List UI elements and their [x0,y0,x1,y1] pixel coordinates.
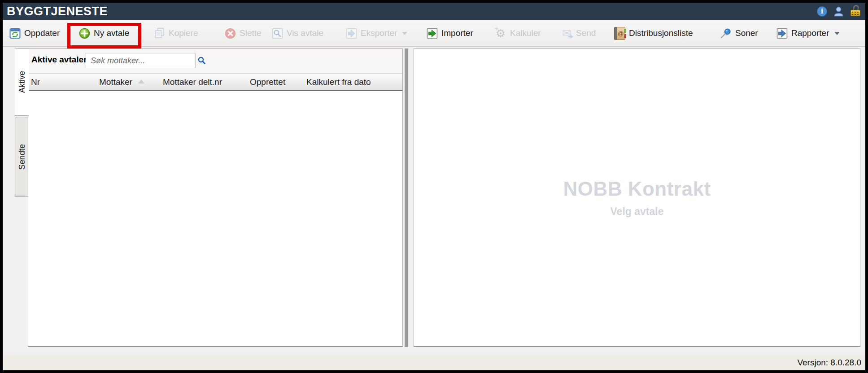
toolbar-button-oppdater[interactable]: Oppdater [9,20,60,47]
copy-pages-icon [153,27,165,39]
toolbar-button-vis-avtale[interactable]: Vis avtale [271,20,323,47]
toolbar-button-kalkuler[interactable]: ⚙ ✦ Kalkuler [495,20,541,47]
toolbar-button-kopiere[interactable]: Kopiere [153,20,198,47]
tab-aktive[interactable]: Aktive [15,48,29,116]
blue-arrow-box-icon [345,27,357,39]
toolbar-button-rapporter[interactable]: Rapporter [776,20,840,47]
column-header-nr[interactable]: Nr [31,74,40,91]
toolbar-button-distribusjonsliste[interactable]: @ Distribusjonsliste [614,20,693,47]
tab-sendte-label: Sendte [17,144,27,170]
chevron-down-icon [402,32,407,35]
search-box [86,53,196,68]
application-window: BYGGTJENESTE i [3,3,865,370]
column-header-mottaker[interactable]: Mottaker [99,74,132,91]
magnifier-box-icon [271,27,283,39]
toolbar-button-label: Send [576,28,596,38]
toolbar-button-send[interactable]: ✉ Send [561,20,596,47]
toolbar-button-label: Kalkuler [510,28,541,38]
column-header-opprettet[interactable]: Opprettet [250,74,285,91]
toolbar-button-eksporter[interactable]: Eksporter [345,20,407,47]
toolbar-button-label: Importer [441,28,473,38]
tab-aktive-label: Aktive [17,71,27,93]
unlocked-padlock-icon[interactable] [850,6,861,17]
address-book-icon: @ [614,27,625,39]
status-bar: Versjon: 8.0.28.0 [3,355,865,370]
chevron-down-icon [834,32,840,35]
table-header: Nr Mottaker Mottaker delt.nr Opprettet K… [28,73,402,91]
toolbar-button-label: Distribusjonsliste [629,28,693,38]
user-icon[interactable] [833,5,844,17]
agreements-panel-header: Aktive avtaler [28,49,402,73]
envelope-arrow-icon: ✉ [561,27,572,39]
toolbar-button-label: Vis avtale [287,28,323,38]
toolbar-button-label: Oppdater [24,28,60,38]
search-icon[interactable] [197,56,206,65]
panel-splitter[interactable] [405,48,408,347]
panel-title: Aktive avtaler [31,55,87,65]
version-label: Versjon: 8.0.28.0 [797,358,865,368]
titlebar-icons: i [817,3,861,20]
toolbar-button-label: Ny avtale [94,28,129,38]
column-header-kalkulert-fra-dato[interactable]: Kalkulert fra dato [306,74,371,91]
tab-sendte[interactable]: Sendte [15,118,29,197]
app-title: BYGGTJENESTE [3,4,108,18]
toolbar-button-slette[interactable]: Slette [224,20,262,47]
toolbar-button-label: Eksporter [361,28,397,38]
gears-icon: ⚙ ✦ [495,27,506,39]
watermark-subtitle: Velg avtale [611,206,664,218]
pushpin-icon [720,27,732,39]
search-input[interactable] [86,56,197,66]
green-plus-circle-icon [79,27,90,39]
sort-ascending-icon [138,79,144,83]
toolbar-button-label: Soner [735,28,758,38]
blue-arrow-box-icon [776,27,788,39]
toolbar-button-label: Rapporter [791,28,829,38]
toolbar-button-label: Kopiere [169,28,198,38]
titlebar: BYGGTJENESTE i [3,3,865,20]
watermark-title: NOBB Kontrakt [563,178,711,200]
toolbar: Oppdater Ny avtale [3,20,865,47]
agreements-panel: Aktive avtaler Nr Mottaker Mottaker delt… [28,48,403,347]
toolbar-button-soner[interactable]: Soner [720,20,758,47]
toolbar-button-label: Slette [240,28,262,38]
refresh-window-icon [9,27,21,39]
toolbar-button-ny-avtale[interactable]: Ny avtale [79,20,129,47]
info-icon[interactable]: i [817,6,827,17]
toolbar-button-importer[interactable]: Importer [426,20,473,47]
column-header-mottaker-delt-nr[interactable]: Mottaker delt.nr [163,74,222,91]
red-x-circle-icon [224,27,236,39]
detail-panel: NOBB Kontrakt Velg avtale [414,48,860,347]
agreements-table-body[interactable] [28,91,402,346]
green-arrow-box-icon [426,27,438,39]
